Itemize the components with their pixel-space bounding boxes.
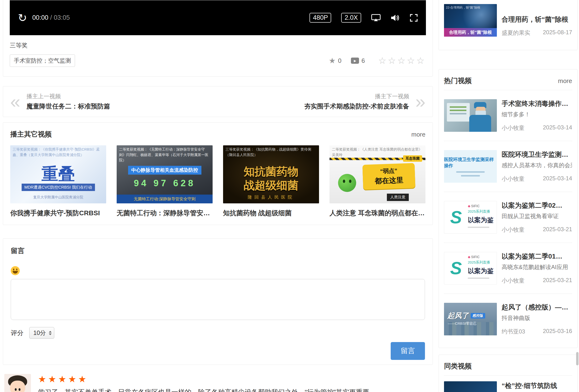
uploader-videos-card: 播主其它视频 more 三等奖获奖视频：《你我携手健康共守-预防CRBSI》孟鑫… [3,122,433,225]
comment-entry: ★★★★★ 学习了，其实不单单手术，日常在各病区也是一样的，除了各种高精尖设备帮… [3,374,433,392]
speed-button[interactable]: 2.0X [341,13,361,23]
thumb-sub-text: ——CRBSI零容忍 [448,321,477,326]
video-thumbnail[interactable]: 医院环境卫生学监测采样操作 [444,150,497,183]
video-author: 小小牧童 [502,277,524,284]
thumb-tag-text: 感控版 [471,313,485,319]
thumb-sign: “弱点” 都在这里 [362,163,416,190]
video-card[interactable]: 二等奖获奖视频：《人类注意 耳念珠菌的弱点都在这里》吴美玲 “弱点” 都在这里 … [330,145,426,218]
favorite-star-icon[interactable]: ★ [329,56,336,65]
thumb-main-text: 起风了 [447,311,469,321]
prev-chevron-icon[interactable]: « [10,94,20,109]
video-card[interactable]: 二等奖获奖视频：《无菌特工行动：深静脉导管安全守则》闫翔红、杨丽君、裴素华等（石… [117,145,213,218]
video-title: 合理用药，斩“菌”除根 [502,15,572,24]
video-title: “检”控·细节筑防线 [502,381,572,390]
video-caption[interactable]: 人类注意 耳念珠菌的弱点都在… [330,209,426,218]
sidebar-video-item[interactable]: 医院环境卫生学监测采样操作 医院环境卫生学监测… 感控人员基本功，你真的会采 小… [444,141,572,192]
video-date: 2025-08-17 [543,29,572,37]
fullscreen-icon[interactable] [410,14,418,22]
video-caption[interactable]: 你我携手健康共守-预防CRBSI [10,209,106,218]
germ-illustration [338,174,356,192]
video-title: 手术室终末消毒操作… [502,99,572,108]
award-label: 三等奖 [10,41,426,49]
video-thumbnail[interactable]: 二等奖获奖视频：《人类注意 耳念珠菌的弱点都在这里》吴美玲 “弱点” 都在这里 … [330,145,426,203]
thumb-banner-text: MDR遭遇CVC防控CRBSI 我们在行动 [21,184,95,191]
video-date: 2025-03-14 [543,124,572,132]
thumb-series-text: 2025系列直播 [468,260,497,265]
emoji-picker-icon[interactable] [11,266,20,275]
thumb-main-text: 重叠 [10,163,106,185]
video-subtitle: 田靓从卫监视角看审证 [502,212,572,220]
replay-icon[interactable]: ↻ [18,12,27,23]
next-video-title: 夯实围手术期感染防控-术前皮肤准备 [304,102,409,111]
thumb-letter: S [450,258,462,278]
submit-comment-button[interactable]: 留言 [391,342,425,360]
prev-video-label: 播主上一视频 [26,93,110,100]
sidebar-video-item[interactable]: 手术室终末消毒操作… 细节多多！ 小小牧童 2025-03-14 [444,90,572,141]
prev-video-link[interactable]: 播主上一视频 魔童降世任务二：标准预防篇 [26,93,110,111]
video-subtitle: 抖音神曲版 [502,314,572,322]
video-thumbnail[interactable]: 起风了感控版 ——CRBSI零容忍 [444,303,497,336]
current-time: 00:00 [32,14,49,21]
video-author: 小小牧童 [502,175,524,183]
player-controls: 480P 2.0X [309,13,418,23]
sidebar-video-item[interactable]: “检”控·细节筑防线 [444,376,572,392]
similar-videos-title: 同类视频 [444,362,472,371]
scrollbar-thumb[interactable] [576,352,579,365]
video-thumbnail[interactable]: S SIFIC 2025系列直播 以案为鉴 [444,201,497,234]
video-thumbnail[interactable] [444,381,497,392]
thumb-award-text: 二等奖获奖视频：《无菌特工行动：深静脉导管安全守则》闫翔红、杨丽君、裴素华等（石… [119,147,210,163]
play-count-icon: ▶ [351,57,359,64]
thumb-sign-line: 都在这里 [365,175,413,186]
thumb-main-text: 以案为鉴 [468,267,497,275]
volume-icon[interactable] [391,14,400,22]
video-tag[interactable]: 手术室防控；空气监测 [10,55,75,67]
uploader-videos-more-link[interactable]: more [411,131,426,138]
thumb-main-text: 战超级细菌 [223,178,319,193]
video-caption[interactable]: 知抗菌药物 战超级细菌 [223,209,319,218]
video-date: 2025-03-21 [543,277,572,284]
thumb-banner-text: 合理用药，斩“菌”除根 [444,28,497,37]
duration: / 03:05 [50,14,70,21]
sidebar-video-item[interactable]: 22-合理用药，斩“菌”除根 合理用药，斩“菌”除根 合理用药，斩“菌”除根 盛… [444,4,572,37]
rating-select[interactable]: 10分 [29,327,54,339]
thumb-main-text: 医院环境卫生学监测采样操作 [444,157,497,169]
video-title: 以案为鉴第二季02… [502,201,572,210]
video-thumbnail[interactable]: 二等奖获奖视频：《无菌特工行动：深静脉导管安全守则》闫翔红、杨丽君、裴素华等（石… [117,145,213,203]
thumb-series-text: 2025系列直播 [468,209,497,214]
sidebar-top-card: 22-合理用药，斩“菌”除根 合理用药，斩“菌”除根 合理用药，斩“菌”除根 盛… [438,0,578,50]
video-thumbnail[interactable]: 22-合理用药，斩“菌”除根 合理用药，斩“菌”除根 [444,4,497,37]
similar-videos-card: 同类视频 “检”控·细节筑防线 [438,355,578,392]
quality-button[interactable]: 480P [309,13,331,23]
comment-textarea[interactable] [11,279,425,320]
thumb-banner-text: 中心静脉导管相关血流感染防控 [128,166,201,174]
thumb-bottom-text: 隆回县人民医院 [223,194,319,200]
video-date: 2025-03-16 [543,328,572,336]
video-thumbnail[interactable]: 三等奖获奖视频：《知抗菌药物，战超级细菌》黄伶俐（隆回县人民医院） 知抗菌药物 … [223,145,319,203]
video-author: 盛夏的果实 [502,29,530,37]
thumb-tag-text: 耳念珠菌 [403,155,422,162]
rating-stars[interactable]: ☆☆☆☆☆ [378,56,426,66]
comment-card: 留言 评分 10分 留言 [3,238,433,365]
uploader-video-row: 三等奖获奖视频：《你我携手健康共守-预防CRBSI》孟鑫、重叠（复旦大学附属中山… [10,145,426,218]
video-thumbnail[interactable] [444,99,497,132]
thumb-letter: S [450,207,462,227]
cast-icon[interactable] [371,14,381,22]
sidebar-video-item[interactable]: S SIFIC 2025系列直播 以案为鉴 以案为鉴第二季02… 田靓从卫监视角… [444,192,572,243]
video-card[interactable]: 三等奖获奖视频：《你我携手健康共守-预防CRBSI》孟鑫、重叠（复旦大学附属中山… [10,145,106,218]
comment-rating-stars: ★★★★★ [38,374,369,384]
video-player[interactable]: ↻ 00:00 / 03:05 480P 2.0X [10,0,426,35]
video-card[interactable]: 三等奖获奖视频：《知抗菌药物，战超级细菌》黄伶俐（隆回县人民医院） 知抗菌药物 … [223,145,319,218]
hot-videos-card: 热门视频 more 手术室终末消毒操作… 细节多多！ 小小牧童 2025-03-… [438,69,578,348]
sific-logo-icon [468,255,471,259]
sidebar-video-item[interactable]: 起风了感控版 ——CRBSI零容忍 起风了（感控版）—… 抖音神曲版 约书亚03… [444,294,572,344]
thumb-bottom-text: 复旦大学附属中山医院青浦分院 [10,195,106,200]
hot-videos-more-link[interactable]: more [558,77,572,85]
video-thumbnail[interactable]: S SIFIC 2025系列直播 以案为鉴 [444,252,497,284]
video-thumbnail[interactable]: 三等奖获奖视频：《你我携手健康共守-预防CRBSI》孟鑫、重叠（复旦大学附属中山… [10,145,106,203]
thumb-logo-text: SIFIC [471,255,480,259]
thumb-monitor-numbers: 94 97 628 [117,178,213,188]
sidebar-video-item[interactable]: S SIFIC 2025系列直播 以案为鉴 以案为鉴第二季01… 高晓东&范鹏超… [444,243,572,294]
next-video-link[interactable]: 播主下一视频 夯实围手术期感染防控-术前皮肤准备 [304,93,409,111]
video-caption[interactable]: 无菌特工行动：深静脉导管安… [117,209,213,218]
next-chevron-icon[interactable]: » [416,94,426,109]
